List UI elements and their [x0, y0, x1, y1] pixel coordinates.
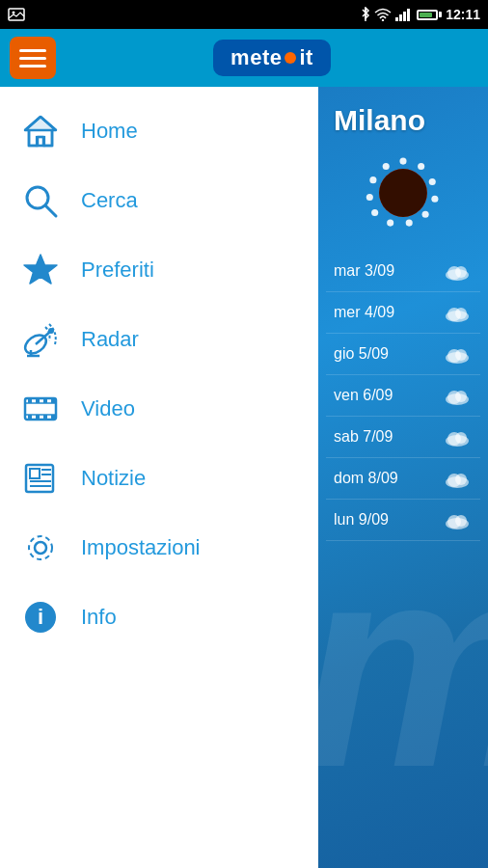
forecast-icon-5 — [442, 468, 473, 489]
wifi-icon — [374, 8, 392, 21]
svg-point-49 — [406, 220, 413, 227]
svg-rect-6 — [403, 12, 406, 21]
cerca-label: Cerca — [81, 188, 138, 213]
forecast-list: mar 3/09 mer 4/09 — [318, 251, 488, 541]
notizie-label: Notizie — [81, 466, 146, 491]
forecast-item-5: dom 8/09 — [326, 458, 480, 500]
menu-line-3 — [19, 65, 46, 68]
right-panel: m Milano — [318, 87, 488, 868]
logo-dot — [285, 52, 296, 64]
home-icon — [19, 110, 62, 152]
signal-icon — [395, 8, 413, 21]
svg-point-68 — [455, 391, 467, 402]
star-icon — [19, 249, 62, 291]
sidebar-item-radar[interactable]: Radar — [0, 305, 318, 374]
svg-point-45 — [418, 163, 424, 170]
forecast-icon-6 — [442, 509, 473, 530]
svg-point-51 — [371, 209, 378, 216]
svg-point-77 — [455, 515, 467, 527]
status-left — [8, 8, 25, 21]
status-right: 12:11 — [361, 7, 480, 22]
main-layout: Home Cerca Preferiti — [0, 87, 488, 868]
logo-text-2: it — [299, 45, 312, 70]
svg-line-15 — [45, 205, 56, 216]
svg-rect-4 — [395, 17, 398, 21]
svg-point-71 — [455, 432, 467, 444]
svg-rect-30 — [36, 415, 40, 419]
sun-graphic — [365, 154, 442, 231]
menu-line-2 — [19, 57, 46, 60]
forecast-item-2: gio 5/09 — [326, 334, 480, 375]
svg-point-1 — [13, 12, 15, 14]
svg-point-56 — [379, 169, 427, 217]
watermark: m — [318, 521, 488, 810]
forecast-icon-4 — [442, 426, 473, 448]
forecast-date-0: mar 3/09 — [334, 262, 411, 280]
menu-line-1 — [19, 49, 46, 52]
sidebar-item-preferiti[interactable]: Preferiti — [0, 235, 318, 305]
logo-container: mete it — [66, 40, 478, 76]
menu-button[interactable] — [10, 37, 56, 79]
sidebar-item-video[interactable]: Video — [0, 374, 318, 444]
svg-text:i: i — [38, 605, 43, 629]
forecast-item-6: lun 9/09 — [326, 500, 480, 541]
time-display: 12:11 — [446, 7, 480, 22]
svg-point-50 — [387, 220, 393, 227]
info-label: Info — [81, 605, 117, 630]
forecast-icon-3 — [442, 385, 473, 406]
sidebar-item-impostazioni[interactable]: Impostazioni — [0, 513, 318, 583]
forecast-item-1: mer 4/09 — [326, 292, 480, 334]
top-bar: mete it — [0, 29, 488, 87]
city-name: Milano — [318, 87, 488, 145]
svg-point-44 — [399, 158, 406, 165]
forecast-item-4: sab 7/09 — [326, 417, 480, 458]
svg-point-62 — [455, 308, 467, 319]
image-icon — [8, 8, 25, 21]
status-bar: 12:11 — [0, 0, 488, 29]
svg-point-40 — [29, 536, 52, 559]
forecast-icon-1 — [442, 302, 473, 323]
logo: mete it — [213, 40, 331, 76]
forecast-icon-0 — [442, 260, 473, 282]
svg-point-48 — [422, 211, 429, 218]
settings-icon — [19, 527, 62, 569]
video-icon — [19, 388, 62, 430]
forecast-date-4: sab 7/09 — [334, 428, 411, 446]
svg-point-47 — [431, 196, 438, 203]
svg-rect-31 — [43, 415, 47, 419]
forecast-item-3: ven 6/09 — [326, 375, 480, 417]
svg-rect-26 — [36, 399, 40, 403]
forecast-date-6: lun 9/09 — [334, 511, 411, 529]
home-label: Home — [81, 119, 138, 144]
svg-rect-27 — [43, 399, 47, 403]
svg-point-39 — [35, 542, 46, 554]
sidebar-item-home[interactable]: Home — [0, 96, 318, 166]
svg-rect-28 — [51, 399, 55, 403]
sidebar-item-info[interactable]: i Info — [0, 583, 318, 652]
forecast-date-5: dom 8/09 — [334, 470, 411, 487]
logo-text-1: mete — [230, 45, 282, 70]
svg-point-59 — [455, 266, 467, 278]
svg-point-65 — [455, 349, 467, 361]
radar-icon — [19, 318, 62, 361]
impostazioni-label: Impostazioni — [81, 535, 201, 560]
search-icon — [19, 179, 62, 222]
svg-point-46 — [429, 178, 436, 185]
svg-marker-9 — [25, 117, 56, 130]
bluetooth-icon — [361, 7, 370, 22]
svg-rect-29 — [28, 415, 32, 419]
forecast-date-2: gio 5/09 — [334, 345, 411, 363]
info-icon: i — [19, 596, 62, 638]
sun-container — [318, 145, 488, 251]
radar-label: Radar — [81, 327, 139, 352]
forecast-item-0: mar 3/09 — [326, 251, 480, 292]
sidebar-item-cerca[interactable]: Cerca — [0, 166, 318, 235]
preferiti-label: Preferiti — [81, 258, 154, 283]
svg-point-3 — [382, 19, 384, 21]
svg-point-54 — [383, 163, 390, 170]
svg-rect-25 — [28, 399, 32, 403]
forecast-date-3: ven 6/09 — [334, 387, 411, 404]
sidebar-item-notizie[interactable]: Notizie — [0, 444, 318, 513]
video-label: Video — [81, 396, 135, 421]
forecast-date-1: mer 4/09 — [334, 304, 411, 321]
